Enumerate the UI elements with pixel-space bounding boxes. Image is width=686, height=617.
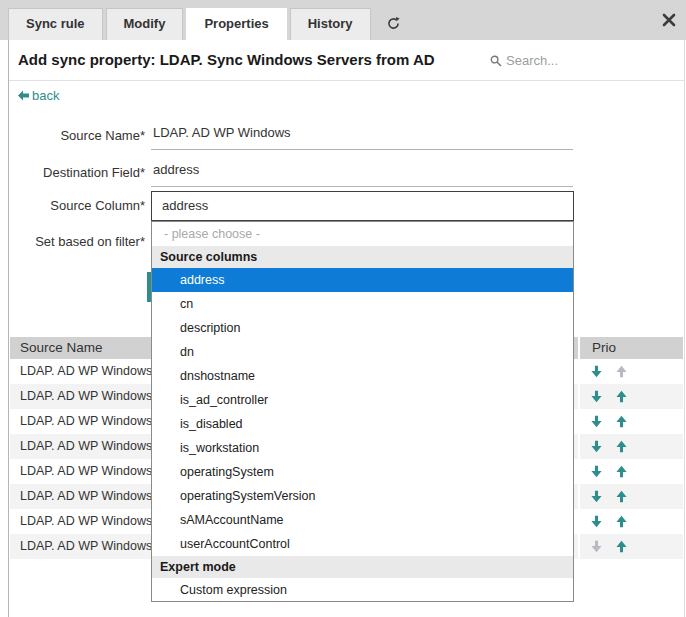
back-link[interactable]: back [18,88,59,103]
prio-cell [580,434,683,459]
prio-up-arrow-icon[interactable] [615,390,628,403]
page-title: Add sync property: LDAP. Sync Windows Se… [18,51,435,68]
dropdown-item[interactable]: is_workstation [152,436,573,460]
dropdown-group-header: Source columns [152,246,573,268]
dropdown-item[interactable]: operatingSystem [152,460,573,484]
prio-up-arrow-icon[interactable] [615,415,628,428]
prio-cell [580,384,683,409]
source-column-input[interactable]: address [151,191,574,221]
dropdown-item[interactable]: description [152,316,573,340]
prio-down-arrow-icon[interactable] [590,390,603,403]
prio-cell [580,509,683,534]
tab-history[interactable]: History [290,8,371,40]
prio-cell [580,534,683,559]
source-column-label: Source Column* [9,198,145,213]
destination-field-input[interactable]: address [151,162,573,187]
source-name-input[interactable]: LDAP. AD WP Windows [151,125,573,150]
prio-down-arrow-icon[interactable] [590,490,603,503]
dropdown-group-header: Expert mode [152,556,573,578]
prio-up-arrow-icon [615,365,628,378]
close-button[interactable] [662,13,676,27]
dropdown-item[interactable]: dn [152,340,573,364]
tab-modify[interactable]: Modify [106,8,184,40]
dropdown-item[interactable]: Custom expression [152,578,573,602]
dropdown-item[interactable]: userAccountControl [152,532,573,556]
title-row: Add sync property: LDAP. Sync Windows Se… [9,40,684,81]
dropdown-item[interactable]: sAMAccountName [152,508,573,532]
prio-up-arrow-icon[interactable] [615,440,628,453]
prio-down-arrow-icon [590,540,603,553]
source-name-label: Source Name* [9,128,145,143]
prio-up-arrow-icon[interactable] [615,465,628,478]
prio-cell [580,459,683,484]
search-box [490,53,626,68]
tab-sync-rule[interactable]: Sync rule [8,8,103,40]
prio-cell [580,484,683,509]
dialog-content: Add sync property: LDAP. Sync Windows Se… [8,40,685,617]
close-icon [662,13,676,27]
prio-down-arrow-icon[interactable] [590,515,603,528]
tab-properties[interactable]: Properties [186,8,286,40]
prio-down-arrow-icon[interactable] [590,465,603,478]
destination-field-label: Destination Field* [9,165,145,180]
dropdown-item[interactable]: dnshostname [152,364,573,388]
back-arrow-icon [18,90,29,101]
prio-up-arrow-icon[interactable] [615,515,628,528]
search-icon [490,55,502,67]
prio-up-arrow-icon[interactable] [615,540,628,553]
prio-down-arrow-icon[interactable] [590,365,603,378]
search-input[interactable] [506,53,626,68]
prio-down-arrow-icon[interactable] [590,415,603,428]
set-based-on-filter-label: Set based on filter* [9,234,145,249]
dropdown-list: Source columnsaddresscndescriptiondndnsh… [152,246,573,602]
source-column-dropdown: - please choose - Source columnsaddressc… [151,221,574,602]
prio-cell [580,409,683,434]
dropdown-placeholder-option[interactable]: - please choose - [152,222,573,246]
dropdown-item[interactable]: is_ad_controller [152,388,573,412]
prio-up-arrow-icon[interactable] [615,490,628,503]
refresh-icon[interactable] [386,16,401,31]
prio-column-header: Prio [580,337,683,359]
dropdown-item[interactable]: operatingSystemVersion [152,484,573,508]
dropdown-item[interactable]: cn [152,292,573,316]
dropdown-item[interactable]: is_disabled [152,412,573,436]
back-link-label: back [32,88,59,103]
dropdown-item[interactable]: address [152,268,573,292]
prio-cell [580,359,683,384]
tab-bar: Sync rule Modify Properties History [0,0,686,40]
prio-down-arrow-icon[interactable] [590,440,603,453]
